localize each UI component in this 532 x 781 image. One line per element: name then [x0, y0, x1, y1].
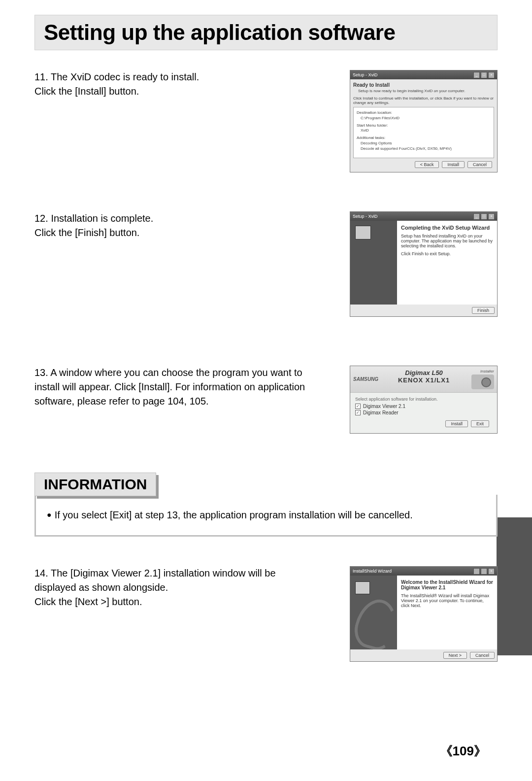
page-number: 《109》 — [440, 743, 487, 760]
screenshot-13: SAMSUNG Digimax L50 KENOX X1/LX1 Install… — [350, 366, 498, 434]
shot11-menu-value: XviD — [361, 128, 491, 134]
shot11-back-button[interactable]: < Back — [415, 161, 439, 168]
shot13-opt2-label: Digimax Reader — [363, 410, 399, 415]
page-number-value: 109 — [453, 744, 474, 758]
shot11-dest-value: C:\Program Files\XviD — [361, 116, 491, 121]
shot12-sidebar-graphic — [350, 221, 397, 305]
page-title-bar: Setting up the application software — [34, 15, 498, 50]
step-13-body: A window where you can choose the progra… — [34, 367, 305, 407]
brand-line-2: KENOX X1/LX1 — [378, 376, 469, 384]
shot14-cancel-button[interactable]: Cancel — [470, 652, 495, 659]
information-section: INFORMATION ●If you select [Exit] at ste… — [34, 473, 498, 537]
step-13-num: 13. — [34, 367, 48, 378]
step-12-text: 12. Installation is complete. Click the … — [34, 211, 310, 240]
step-14-body: The [Digimax Viewer 2.1] installation wi… — [34, 568, 276, 607]
brand-line-1: Digimax L50 — [378, 369, 469, 376]
step-14-num: 14. — [34, 568, 48, 578]
shot13-header: Select application software for installa… — [355, 397, 492, 402]
shot12-p2: Click Finish to exit Setup. — [401, 251, 493, 256]
shot12-finish-button[interactable]: Finish — [472, 307, 495, 314]
samsung-logo: SAMSUNG — [353, 376, 378, 382]
shot11-heading: Ready to Install — [353, 82, 494, 88]
camera-icon — [471, 374, 494, 389]
side-tab — [497, 517, 532, 655]
checkbox-icon[interactable]: ✓ — [355, 410, 361, 415]
screenshot-12: Setup - XviD _□× Completing the XviD Set… — [350, 211, 498, 317]
step-11-num: 11. — [34, 71, 48, 82]
step-14-text: 14. The [Digimax Viewer 2.1] installatio… — [34, 566, 310, 609]
shot11-tasks-value: Decoding Options Decode all supported Fo… — [361, 141, 491, 152]
shot11-instruction: Click Install to continue with the insta… — [353, 96, 494, 105]
shot14-p: The InstallShield® Wizard will install D… — [401, 593, 493, 608]
step-11-body: The XviD codec is ready to install. Clic… — [34, 71, 199, 97]
shot14-title: InstallShield Wizard — [353, 569, 392, 574]
checkbox-icon[interactable]: ✓ — [355, 404, 361, 409]
screenshot-14: InstallShield Wizard × Welcome to the In… — [350, 566, 498, 662]
shot14-sidebar-graphic — [350, 576, 397, 649]
page-title: Setting up the application software — [44, 20, 488, 45]
step-11-text: 11. The XviD codec is ready to install. … — [34, 70, 310, 99]
information-body: If you select [Exit] at step 13, the app… — [55, 509, 413, 520]
shot11-dest-label: Destination location: — [357, 110, 491, 116]
box-icon — [355, 581, 370, 594]
shot11-install-button[interactable]: Install — [442, 161, 465, 168]
window-controls: × — [473, 568, 495, 575]
shot11-subheading: Setup is now ready to begin installing X… — [358, 89, 494, 93]
swirl-graphic — [350, 595, 397, 649]
step-13-text: 13. A window where you can choose the pr… — [34, 366, 310, 408]
shot13-opt1-label: Digimax Viewer 2.1 — [363, 404, 405, 409]
screenshot-11: Setup - XviD _□× Ready to Install Setup … — [350, 70, 498, 172]
window-controls: _□× — [473, 72, 495, 78]
shot13-install-button[interactable]: Install — [445, 420, 468, 427]
shot14-next-button[interactable]: Next > — [443, 652, 467, 659]
bracket-right-icon: 》 — [474, 744, 487, 758]
information-text: ●If you select [Exit] at step 13, the ap… — [47, 508, 485, 522]
bullet-icon: ● — [47, 510, 52, 519]
information-heading: INFORMATION — [34, 473, 156, 496]
bracket-left-icon: 《 — [440, 744, 453, 758]
shot13-exit-button[interactable]: Exit — [471, 420, 489, 427]
shot12-p1: Setup has finished installing XviD on yo… — [401, 234, 493, 248]
product-brand: Digimax L50 KENOX X1/LX1 — [378, 369, 469, 384]
shot11-title: Setup - XviD — [353, 72, 378, 77]
shot13-option-2[interactable]: ✓ Digimax Reader — [355, 410, 492, 415]
step-12-num: 12. — [34, 213, 48, 224]
installer-tag: Installer — [480, 369, 494, 374]
shot11-menu-label: Start Menu folder: — [357, 123, 491, 129]
shot12-heading: Completing the XviD Setup Wizard — [401, 225, 493, 231]
shot11-tasks-label: Additional tasks: — [357, 136, 491, 141]
shot14-heading: Welcome to the InstallShield Wizard for … — [401, 579, 493, 590]
window-controls: _□× — [473, 213, 495, 220]
shot11-cancel-button[interactable]: Cancel — [467, 161, 492, 168]
shot12-title: Setup - XviD — [353, 214, 378, 219]
shot13-option-1[interactable]: ✓ Digimax Viewer 2.1 — [355, 404, 492, 409]
disk-icon — [355, 226, 371, 239]
step-12-body: Installation is complete. Click the [Fin… — [34, 213, 153, 238]
